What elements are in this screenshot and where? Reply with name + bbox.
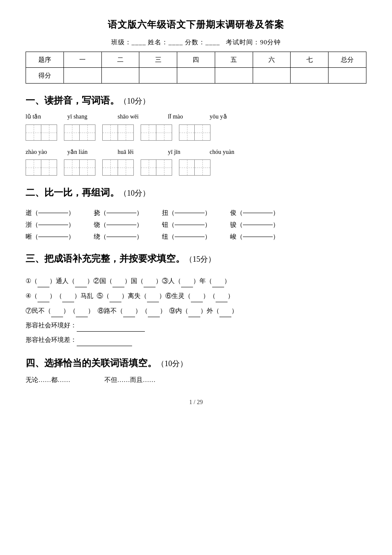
char-box	[179, 160, 195, 175]
blank	[51, 304, 63, 317]
keywords-row: 无论……都…… 不但……而且……	[26, 375, 366, 385]
char-box	[64, 160, 80, 175]
char-box	[103, 125, 118, 140]
pinyin-label-9: yī jīn	[168, 147, 202, 157]
section-two-title: 二、比一比，再组词。（10分）	[26, 185, 366, 200]
compare-item: 俊（）	[230, 208, 290, 218]
col-total: 总分	[329, 52, 366, 68]
class-blank: ____	[132, 39, 146, 46]
pinyin-label-8: huā lěi	[118, 147, 160, 157]
pinyin-label-3: shāo wēi	[118, 112, 160, 121]
char-box	[195, 125, 210, 140]
col-6: 六	[253, 52, 291, 68]
blank	[37, 274, 49, 287]
blank	[76, 304, 88, 317]
fill-row-5: 形容社会环境差：	[26, 333, 366, 346]
score-label: 分数：	[185, 39, 205, 46]
fill-row-1: ①（ ）通人（ ）②国（ ）国（ ）③人（ ）年（ ）	[26, 274, 366, 287]
word-yijin	[141, 159, 172, 176]
blank	[123, 304, 135, 317]
char-box	[41, 125, 57, 140]
compare-item: 挠（）	[94, 208, 153, 218]
name-blank: ____	[168, 39, 183, 46]
pinyin-label-10: chóu yuàn	[210, 147, 244, 157]
col-1: 一	[63, 52, 101, 68]
char-box	[195, 160, 210, 175]
compare-item: 绕（）	[94, 231, 153, 242]
blank	[144, 274, 156, 287]
score-table: 题序 一 二 三 四 五 六 七 总分 得分	[26, 52, 366, 84]
word-limao	[141, 124, 172, 141]
compare-item: 晰（）	[26, 231, 85, 242]
pinyin-label-1: lǔ tǎn	[26, 112, 60, 121]
keyword-1: 无论……都……	[26, 375, 70, 385]
section-one-title: 一、读拼音，写词语。（10分）	[26, 93, 366, 108]
charbox-row-2	[26, 159, 366, 176]
fill-row-2: ④（ ）（ ）马乱 ⑤（ ）离失（ ）⑥生灵（ ）（ ）	[26, 289, 366, 302]
word-shaowei	[102, 124, 134, 141]
section-four-title: 四、选择恰当的关联词语填空。（10分）	[26, 356, 366, 370]
compare-item: 骏（）	[230, 220, 290, 230]
blank	[191, 289, 203, 302]
compare-row-1: 逝（） 挠（） 扭（） 俊（）	[26, 208, 366, 218]
char-box	[156, 125, 172, 140]
char-box	[156, 160, 172, 175]
char-box	[118, 160, 133, 175]
col-2: 二	[101, 52, 139, 68]
col-7: 七	[291, 52, 329, 68]
char-box	[26, 125, 41, 140]
word-yishang	[64, 124, 95, 141]
time-label: 考试时间：90分钟	[226, 39, 281, 46]
fill-label-1: 形容社会环境好：	[26, 322, 77, 329]
col-tixu: 题序	[26, 52, 64, 68]
word-chouyuan	[179, 159, 210, 176]
col-5: 五	[215, 52, 253, 68]
word-lutan	[26, 124, 57, 141]
blank	[112, 274, 124, 287]
compare-row-2: 浙（） 饶（） 钮（） 骏（）	[26, 220, 366, 230]
fill-label-2: 形容社会环境差：	[26, 336, 77, 343]
defen-label: 得分	[26, 68, 64, 84]
word-hualei	[102, 159, 134, 176]
page-title: 语文版六年级语文下册期末调研卷及答案	[26, 17, 366, 32]
char-box	[41, 160, 57, 175]
blank	[147, 289, 159, 302]
pinyin-row-2: zhào yào yǎn lián huā lěi yī jīn chóu yu…	[26, 147, 366, 157]
pinyin-label-2: yī shang	[67, 112, 110, 121]
word-yanlian	[64, 159, 95, 176]
fill-answer-2	[77, 346, 132, 346]
char-box	[179, 125, 195, 140]
keyword-2: 不但……而且……	[104, 375, 156, 385]
compare-item: 逝（）	[26, 208, 85, 218]
blank	[62, 289, 74, 302]
word-zhaoyao	[26, 159, 57, 176]
blank	[110, 289, 121, 302]
pinyin-label-5: yōu yǎ	[210, 112, 244, 121]
char-box	[80, 160, 95, 175]
section-three-title: 三、把成语补充完整，并按要求填空。（15分）	[26, 251, 366, 266]
blank	[37, 289, 49, 302]
pinyin-label-6: zhào yào	[26, 147, 60, 157]
word-youya	[179, 124, 210, 141]
char-box	[141, 160, 156, 175]
blank	[148, 304, 160, 317]
score-header-row: 题序 一 二 三 四 五 六 七 总分	[26, 52, 366, 68]
char-box	[103, 160, 118, 175]
compare-item: 纽（）	[162, 231, 222, 242]
blank	[181, 274, 193, 287]
compare-item: 浙（）	[26, 220, 85, 230]
pinyin-label-4: lǐ mào	[168, 112, 202, 121]
compare-item: 钮（）	[162, 220, 222, 230]
blank	[216, 289, 228, 302]
char-box	[80, 125, 95, 140]
pinyin-label-7: yǎn lián	[67, 147, 110, 157]
section-two-content: 逝（） 挠（） 扭（） 俊（） 浙（） 饶（） 钮（） 骏（） 晰（） 绕（） …	[26, 208, 366, 242]
fill-row-3: ⑦民不（ ）（ ） ⑧路不（ ）（ ） ⑨内（ ）外（ ）	[26, 304, 366, 317]
char-box	[64, 125, 80, 140]
name-label: 姓名：	[148, 39, 168, 46]
score-blank: ____	[205, 39, 220, 46]
pinyin-row-1: lǔ tǎn yī shang shāo wēi lǐ mào yōu yǎ	[26, 112, 366, 121]
fill-row-4: 形容社会环境好：	[26, 319, 366, 332]
fill-answer-1	[77, 331, 145, 332]
compare-row-3: 晰（） 绕（） 纽（） 峻（）	[26, 231, 366, 242]
